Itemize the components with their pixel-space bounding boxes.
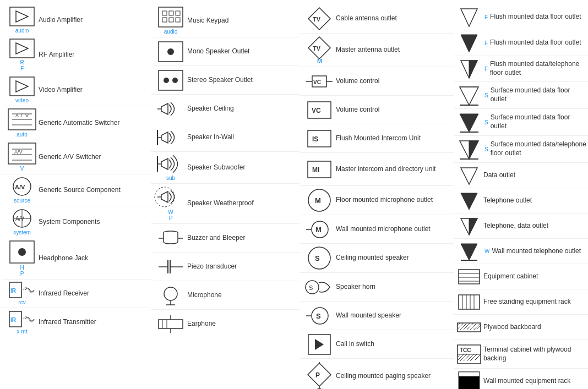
svg-marker-3 [16,43,28,54]
wall-spk-symbol: S [303,306,336,326]
stereo-speaker-row: Stereo Speaker Outlet [151,66,300,95]
svg-marker-42 [161,103,168,114]
rf-amp-name: RF Amplifier [39,51,74,59]
svg-point-40 [164,78,169,83]
svg-text:VC: VC [313,79,321,85]
flush-intercom-row: IS Flush Mounted Intercom Unit [300,124,454,153]
ir-xmt-label: x-mt [17,328,27,335]
stereo-speaker-symbol [154,70,187,91]
svg-text:M: M [317,58,322,64]
svg-marker-110 [460,87,478,105]
svg-text:S: S [316,312,321,320]
ceil-paging-symbol: P [303,361,336,389]
svg-marker-119 [461,193,477,210]
svg-marker-118 [461,168,477,184]
speaker-ceiling-row: Speaker Ceiling [151,95,300,123]
speaker-sub-symbol: sub [154,154,187,181]
svg-marker-122 [461,244,477,260]
mono-speaker-symbol [154,41,187,62]
ceiling-spk-symbol: S [303,246,336,270]
vol-ctrl1-name: Volume control [336,77,379,86]
flush-data-label: F [484,14,488,20]
ir-rcv-row: IR rcv Infrared Receiver [2,280,151,308]
wall-spk-name: Wall mounted speaker [336,311,401,320]
svg-text:VC: VC [312,107,321,114]
free-rack-row: Free standing equipment rack [454,289,588,315]
vol-ctrl1-row: VC Volume control [300,67,454,96]
svg-text:A/V: A/V [15,216,24,222]
headphone-name: Headphone Jack [39,254,88,263]
svg-rect-78 [308,130,331,147]
wall-mic-symbol: M [303,220,336,239]
flush-dataphone-name: Flush mounted data/telephone floor outle… [490,60,587,77]
free-rack-icon [457,294,481,310]
svg-text:S: S [315,254,320,262]
svg-line-148 [467,354,473,361]
system-row: A/V system System Components [2,206,151,238]
speaker-wp-row: WP Speaker Weatherproof [151,184,300,224]
svg-marker-5 [16,81,28,92]
call-switch-row: Call in switch [300,330,454,359]
column-4: F Flush mounted data floor outlet F Flus… [454,4,588,389]
ir-xmt-name: Infrared Transmitter [39,318,96,327]
flush-data2-label: F [484,40,488,46]
music-keypad-label: audio [164,29,177,35]
tel-data-icon [457,216,481,236]
svg-marker-121 [469,218,477,235]
svg-text:IS: IS [312,135,318,143]
svg-point-59 [164,287,177,300]
rf-amp-row: RF RF Amplifier [2,36,151,74]
equip-cab-row: Equipment cabinet [454,264,588,289]
wall-rack-name: Wall mounted equipment rack [483,377,570,386]
svg-rect-128 [459,295,480,309]
flush-dataphone-row: F Flush mounted data/telephone floor out… [454,56,588,82]
floor-mic-name: Floor mounted microphone outlet [336,196,433,205]
microphone-row: Microphone [151,281,300,310]
source-name: Generic Source Component [39,186,121,195]
audio-amp-label: audio [15,28,29,34]
tel-data-name: Telephone, data outlet [483,222,548,231]
audio-amp-symbol: audio [6,7,39,34]
vol-ctrl2-row: VC Volume control [300,96,454,124]
wall-spk-row: S Wall mounted speaker [300,302,454,330]
svg-text:M: M [315,226,322,234]
flush-data2-name: Flush mounted data floor outlet [490,39,581,47]
flush-data2-icon [457,32,481,53]
ir-rcv-name: Infrared Receiver [39,289,89,298]
floor-mic-row: M Floor mounted microphone outlet [300,186,454,215]
plywood-name: Plywood backboard [483,323,541,332]
svg-rect-35 [169,18,173,22]
mono-speaker-row: Mono Speaker Outlet [151,37,300,66]
plywood-icon [457,322,481,332]
av-switcher-label: V [20,166,24,172]
svg-rect-39 [159,70,183,90]
surface-dataphone-label: S [484,146,488,152]
svg-text:MI: MI [312,166,319,174]
svg-text:TV: TV [313,16,321,23]
svg-line-145 [458,354,464,360]
video-amp-label: video [15,97,29,103]
surface-data-icon [457,84,481,106]
wall-tel-label: W [484,248,489,254]
wall-mic-name: Wall mounted microphone outlet [336,225,431,234]
master-intercom-name: Master intercom and directory unit [336,165,435,174]
tel-outlet-icon [457,191,481,211]
svg-point-38 [167,48,174,55]
svg-marker-95 [315,339,324,350]
data-outlet-name: Data outlet [483,171,515,180]
free-rack-name: Free standing equipment rack [483,298,571,306]
source-symbol: A/V source [6,177,39,204]
speaker-wall-row: Speaker In-Wall [151,123,300,152]
ceil-paging-name: Ceiling mounted paging speaker [336,372,431,381]
svg-rect-153 [459,372,480,376]
microphone-symbol [154,285,187,306]
source-row: A/V source Generic Source Component [2,174,151,206]
surface-data2-icon [457,111,481,133]
ceil-paging-row: P Ceiling mounted paging speaker [300,359,454,389]
svg-point-41 [172,78,178,83]
svg-text:V: V [25,113,29,118]
audio-amp-name: Audio Amplifier [39,16,83,25]
ceiling-spk-name: Ceiling mounted speaker [336,254,409,262]
vol-ctrl2-name: Volume control [336,106,379,114]
cable-ant-symbol: TV [303,7,336,31]
